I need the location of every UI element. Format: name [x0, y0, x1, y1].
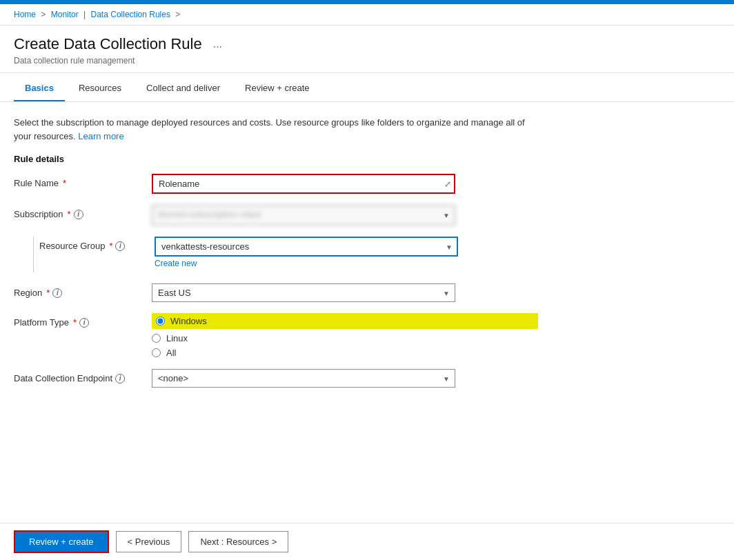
- tab-bar: Basics Resources Collect and deliver Rev…: [0, 76, 734, 102]
- platform-windows-option[interactable]: Windows: [152, 313, 538, 329]
- dce-row: Data Collection Endpoint i <none> ▼: [14, 369, 538, 388]
- platform-linux-label: Linux: [166, 333, 188, 343]
- subscription-control: blurred-subscription-value ▼: [152, 205, 538, 226]
- learn-more-link[interactable]: Learn more: [78, 131, 123, 141]
- subscription-wrapper: blurred-subscription-value ▼: [152, 205, 455, 226]
- resource-group-label-col: Resource Group * i: [14, 237, 152, 272]
- indent-line: [33, 237, 34, 272]
- tab-resources[interactable]: Resources: [68, 76, 132, 101]
- breadcrumb-sep-pipe: |: [83, 10, 88, 19]
- platform-type-radio-group: Windows Linux All: [152, 313, 538, 358]
- tab-basics[interactable]: Basics: [14, 76, 65, 101]
- platform-type-label: Platform Type * i: [14, 313, 152, 328]
- page-title: Create Data Collection Rule: [14, 35, 202, 53]
- rule-name-label: Rule Name *: [14, 174, 152, 188]
- dce-label: Data Collection Endpoint i: [14, 369, 152, 383]
- resource-group-label: Resource Group * i: [39, 237, 125, 251]
- subscription-info-icon[interactable]: i: [74, 210, 83, 219]
- ellipsis-button[interactable]: ...: [209, 37, 226, 52]
- rule-name-wrapper: ⤢: [152, 174, 455, 194]
- platform-type-row: Platform Type * i Windows Linux All: [14, 313, 538, 358]
- tab-collect[interactable]: Collect and deliver: [135, 76, 231, 101]
- breadcrumb-home[interactable]: Home: [14, 10, 36, 19]
- subscription-row: Subscription * i blurred-subscription-va…: [14, 205, 538, 226]
- resource-group-select[interactable]: venkattests-resources: [155, 237, 458, 257]
- dce-select[interactable]: <none>: [152, 369, 455, 388]
- platform-all-radio[interactable]: [152, 348, 161, 357]
- region-wrapper: East US West US West Europe Southeast As…: [152, 283, 455, 302]
- rule-name-control: ⤢: [152, 174, 538, 194]
- breadcrumb-dcr[interactable]: Data Collection Rules: [91, 10, 170, 19]
- rule-name-required: *: [63, 178, 66, 188]
- platform-windows-radio[interactable]: [156, 317, 165, 326]
- rg-info-icon[interactable]: i: [115, 241, 125, 251]
- platform-all-option[interactable]: All: [152, 348, 538, 358]
- dce-wrapper: <none> ▼: [152, 369, 455, 388]
- page-header: Create Data Collection Rule ... Data col…: [0, 26, 734, 73]
- region-control: East US West US West Europe Southeast As…: [152, 283, 538, 302]
- subscription-label: Subscription * i: [14, 205, 152, 219]
- region-label: Region * i: [14, 283, 152, 298]
- platform-linux-option[interactable]: Linux: [152, 333, 538, 343]
- subscription-required: *: [68, 209, 71, 219]
- region-row: Region * i East US West US West Europe S…: [14, 283, 538, 302]
- platform-windows-label: Windows: [170, 316, 207, 326]
- rg-required: *: [109, 241, 112, 251]
- breadcrumb-sep-2: >: [175, 10, 180, 19]
- breadcrumb: Home > Monitor | Data Collection Rules >: [0, 4, 734, 26]
- page-subtitle: Data collection rule management: [14, 56, 720, 66]
- dce-control: <none> ▼: [152, 369, 538, 388]
- resource-group-section: Resource Group * i venkattests-resources…: [14, 237, 538, 272]
- pt-info-icon[interactable]: i: [79, 318, 89, 328]
- resource-group-wrapper: venkattests-resources ▼: [155, 237, 458, 257]
- region-required: *: [46, 288, 50, 298]
- rule-name-input[interactable]: [152, 174, 455, 194]
- breadcrumb-sep-1: >: [41, 10, 46, 19]
- dce-info-icon[interactable]: i: [115, 374, 125, 383]
- create-new-link[interactable]: Create new: [155, 259, 197, 268]
- resource-group-control: venkattests-resources ▼ Create new: [155, 237, 538, 272]
- platform-linux-radio[interactable]: [152, 334, 161, 343]
- tab-review[interactable]: Review + create: [234, 76, 321, 101]
- platform-type-control: Windows Linux All: [152, 313, 538, 358]
- region-select[interactable]: East US West US West Europe Southeast As…: [152, 283, 455, 302]
- pt-required: *: [73, 317, 77, 328]
- platform-all-label: All: [166, 348, 176, 358]
- description-text: Select the subscription to manage deploy…: [14, 116, 538, 143]
- rule-name-row: Rule Name * ⤢: [14, 174, 538, 194]
- region-info-icon[interactable]: i: [52, 288, 62, 298]
- breadcrumb-monitor[interactable]: Monitor: [51, 10, 79, 19]
- main-content: Select the subscription to manage deploy…: [0, 102, 552, 412]
- rule-details-section: Rule details: [14, 154, 538, 164]
- subscription-blurred-display: blurred-subscription-value: [152, 205, 455, 226]
